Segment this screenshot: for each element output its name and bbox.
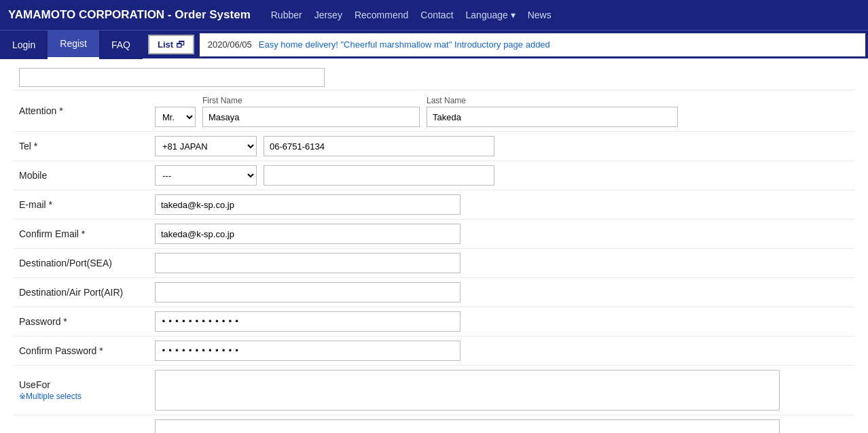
mobile-input[interactable] xyxy=(264,165,494,186)
email-input[interactable] xyxy=(155,194,460,215)
remarks-row: Remarks xyxy=(14,415,854,434)
nav-language[interactable]: Language ▾ xyxy=(466,10,516,20)
site-title: YAMAMOTO CORPORATION - Order System xyxy=(8,8,251,22)
first-name-label: First Name xyxy=(202,96,420,105)
mobile-label: Mobile xyxy=(14,161,149,190)
usefor-field xyxy=(149,366,854,415)
remarks-textarea[interactable] xyxy=(155,419,780,433)
tel-label: Tel * xyxy=(14,132,149,161)
destination-air-row: Destination/Air Port(AIR) xyxy=(14,278,854,307)
nav-contact[interactable]: Contact xyxy=(420,10,453,20)
nav-jersey[interactable]: Jersey xyxy=(314,10,342,20)
news-date: 2020/06/05 xyxy=(208,39,252,50)
email-label: E-mail * xyxy=(14,190,149,220)
top-partial-input[interactable] xyxy=(19,68,325,87)
header: YAMAMOTO CORPORATION - Order System Rubb… xyxy=(0,0,868,30)
news-text: Easy home delivery! "Cheerful marshmallo… xyxy=(259,39,550,50)
confirm-password-row: Confirm Password * xyxy=(14,336,854,366)
tab-faq[interactable]: FAQ xyxy=(99,31,143,59)
remarks-field xyxy=(149,415,854,434)
tel-input[interactable] xyxy=(264,136,494,156)
last-name-label: Last Name xyxy=(427,96,678,105)
attention-field: Mr. Ms. Mrs. Dr. First Name Last Name xyxy=(149,90,854,132)
mobile-country-select[interactable]: --- xyxy=(155,165,257,186)
destination-sea-label: Destination/Port(SEA) xyxy=(14,249,149,278)
tel-country-select[interactable]: +81 JAPAN xyxy=(155,136,257,156)
password-input[interactable] xyxy=(155,311,460,332)
usefor-note: ※Multiple selects xyxy=(19,392,82,401)
nav-rubber[interactable]: Rubber xyxy=(271,10,302,20)
tab-regist[interactable]: Regist xyxy=(48,31,99,59)
password-row: Password * xyxy=(14,307,854,336)
nav-recommend[interactable]: Recommend xyxy=(355,10,408,20)
mobile-row: Mobile --- xyxy=(14,161,854,190)
email-row: E-mail * xyxy=(14,190,854,220)
salutation-select[interactable]: Mr. Ms. Mrs. Dr. xyxy=(155,107,196,127)
destination-air-input[interactable] xyxy=(155,282,460,302)
last-name-input[interactable] xyxy=(427,107,678,127)
sub-header: Login Regist FAQ List 🗗 2020/06/05 Easy … xyxy=(0,30,868,58)
usefor-row: UseFor ※Multiple selects xyxy=(14,366,854,415)
first-name-input[interactable] xyxy=(202,107,420,127)
mobile-field: --- xyxy=(149,161,854,190)
confirm-password-field xyxy=(149,336,854,366)
attention-row: Attention * Mr. Ms. Mrs. Dr. First Name xyxy=(14,90,854,132)
usefor-label: UseFor ※Multiple selects xyxy=(14,366,149,415)
destination-sea-input[interactable] xyxy=(155,253,460,273)
confirm-password-label: Confirm Password * xyxy=(14,336,149,366)
attention-label: Attention * xyxy=(14,90,149,132)
nav-news[interactable]: News xyxy=(528,10,551,20)
main-nav: Rubber Jersey Recommend Contact Language… xyxy=(271,10,551,20)
main-content: Attention * Mr. Ms. Mrs. Dr. First Name xyxy=(0,58,868,433)
password-field xyxy=(149,307,854,336)
registration-form: Attention * Mr. Ms. Mrs. Dr. First Name xyxy=(14,90,854,433)
email-field xyxy=(149,190,854,220)
news-bar: 2020/06/05 Easy home delivery! "Cheerful… xyxy=(200,33,865,56)
tab-login[interactable]: Login xyxy=(0,31,48,59)
list-button[interactable]: List 🗗 xyxy=(148,35,194,54)
confirm-email-input[interactable] xyxy=(155,224,460,244)
tel-row: Tel * +81 JAPAN xyxy=(14,132,854,161)
confirm-password-input[interactable] xyxy=(155,341,460,361)
destination-sea-field xyxy=(149,249,854,278)
confirm-email-row: Confirm Email * xyxy=(14,220,854,249)
confirm-email-field xyxy=(149,220,854,249)
tel-field: +81 JAPAN xyxy=(149,132,854,161)
destination-air-label: Destination/Air Port(AIR) xyxy=(14,278,149,307)
destination-sea-row: Destination/Port(SEA) xyxy=(14,249,854,278)
usefor-select[interactable] xyxy=(155,370,780,411)
password-label: Password * xyxy=(14,307,149,336)
top-partial-row xyxy=(14,65,854,90)
remarks-label: Remarks xyxy=(14,415,149,434)
destination-air-field xyxy=(149,278,854,307)
confirm-email-label: Confirm Email * xyxy=(14,220,149,249)
